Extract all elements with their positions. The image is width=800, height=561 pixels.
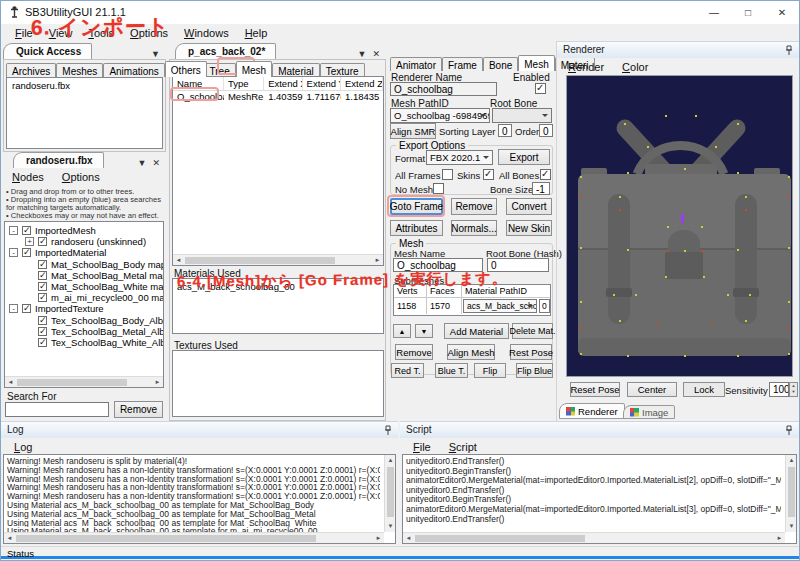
tree-checkbox[interactable] <box>38 271 47 280</box>
move-up-button[interactable]: ▲ <box>393 324 411 338</box>
close-button[interactable]: ✕ <box>765 1 799 24</box>
column-header[interactable]: Extend Y <box>303 77 341 90</box>
delete-mat-button[interactable]: Delete Mat. <box>512 323 553 339</box>
all-frames-checkbox[interactable] <box>442 169 453 180</box>
tab-mesh[interactable]: Mesh <box>518 55 554 71</box>
textures-used-list[interactable] <box>172 350 384 417</box>
tree-row[interactable]: -ImportedMesh <box>5 225 163 236</box>
remove-button[interactable]: Remove <box>451 198 497 215</box>
tab-animator[interactable]: Animator <box>390 57 442 71</box>
tree-checkbox[interactable] <box>22 226 31 235</box>
search-input[interactable] <box>5 402 109 417</box>
menu-file[interactable]: File <box>404 439 440 455</box>
tree-row[interactable]: +randoseru (unskinned) <box>5 236 163 247</box>
tree-checkbox[interactable] <box>38 282 47 291</box>
renderer-dock-title[interactable]: Renderer <box>557 41 799 58</box>
add-material-button[interactable]: Add Material <box>444 323 509 339</box>
collapse-icon[interactable]: - <box>9 226 18 235</box>
convert-button[interactable]: Convert <box>506 198 552 215</box>
submesh-pathid-field[interactable]: 0 <box>539 299 550 313</box>
pin-icon[interactable] <box>785 45 793 56</box>
root-bone-dropdown[interactable] <box>492 108 552 123</box>
format-dropdown[interactable]: FBX 2020.1 <box>426 150 493 165</box>
export-button[interactable]: Export <box>498 149 550 165</box>
tree-checkbox[interactable] <box>38 338 47 347</box>
menu-nodes[interactable]: Nodes <box>3 169 53 185</box>
tab-mesh[interactable]: Mesh <box>236 61 272 77</box>
align-mesh-button[interactable]: Align Mesh <box>447 344 495 360</box>
expand-icon[interactable]: + <box>25 237 34 246</box>
tree-checkbox[interactable] <box>22 248 31 257</box>
tree-row[interactable]: Mat_SchoolBag_Body mapping: DEFA <box>5 259 163 270</box>
tree-row[interactable]: Tex_SchoolBag_Metal_Albedo-DXT5 <box>5 326 163 337</box>
no-mesh-checkbox[interactable] <box>433 183 444 194</box>
new-skin-button[interactable]: New Skin <box>506 220 552 236</box>
tree-row[interactable]: -ImportedTexture <box>5 303 163 314</box>
collapse-icon[interactable]: - <box>9 304 18 313</box>
tab-animations[interactable]: Animations <box>103 63 164 77</box>
quick-access-file-list[interactable]: randoseru.fbx <box>6 77 163 149</box>
menu-options[interactable]: Options <box>53 169 109 185</box>
align-smr-button[interactable]: Align SMR <box>390 123 436 139</box>
tab-archives[interactable]: Archives <box>6 63 56 77</box>
tree-checkbox[interactable] <box>22 304 31 313</box>
flip-blue-button[interactable]: Flip Blue <box>516 363 553 378</box>
normals-button[interactable]: Normals... <box>451 220 497 236</box>
rest-pose-button[interactable]: Rest Pose <box>510 344 552 360</box>
log-output[interactable]: Warning! Mesh randoseru is split by mate… <box>3 454 396 544</box>
tab-material[interactable]: Material <box>272 63 320 77</box>
collapse-icon[interactable]: - <box>9 248 18 257</box>
order-field[interactable]: 0 <box>539 124 553 137</box>
column-header[interactable]: Extend X <box>264 77 302 90</box>
tree-row[interactable]: m_ai_mi_recycle00_00 mapping: DEFA <box>5 292 163 303</box>
enabled-checkbox[interactable] <box>535 83 546 94</box>
tree-row[interactable]: Mat_SchoolBag_White mapping: DEF <box>5 281 163 292</box>
reset-pose-button[interactable]: Reset Pose <box>570 382 620 397</box>
column-header[interactable]: Type <box>224 77 264 90</box>
search-remove-button[interactable]: Remove <box>114 401 163 418</box>
mesh-pathid-dropdown[interactable]: O_schoolbag -6984969 <box>390 108 490 123</box>
script-vscrollbar[interactable]: ▲▼ <box>785 455 796 532</box>
sensitivity-field[interactable]: 100 <box>769 382 789 397</box>
tab-frame[interactable]: Frame <box>442 57 483 71</box>
submesh-material-dropdown[interactable]: acs_M_back_schoolbag_ <box>463 299 537 313</box>
tree-checkbox[interactable] <box>38 293 47 302</box>
tab-quick-access[interactable]: Quick Access <box>3 43 92 59</box>
mesh-table-hscrollbar[interactable]: ◄► <box>173 254 383 265</box>
minimize-button[interactable]: — <box>697 1 731 24</box>
log-dock-title[interactable]: Log <box>1 421 398 438</box>
tab-renderer[interactable]: Renderer <box>559 403 625 419</box>
fbx-menu-icon[interactable]: ▼ <box>138 158 147 168</box>
tab-texture[interactable]: Texture <box>320 63 365 77</box>
tab-image[interactable]: Image <box>623 405 675 419</box>
maximize-button[interactable]: □ <box>731 1 765 24</box>
move-down-button[interactable]: ▼ <box>415 324 433 338</box>
tree-checkbox[interactable] <box>38 316 47 325</box>
log-hscrollbar[interactable]: ◄► <box>4 532 384 543</box>
tab-others[interactable]: Others <box>165 61 207 77</box>
menu-color[interactable]: Color <box>613 59 657 75</box>
column-header[interactable]: Extend Z <box>341 77 383 90</box>
tab-randoseru-fbx[interactable]: randoseru.fbx <box>13 152 104 168</box>
tab-meshes[interactable]: Meshes <box>56 63 103 77</box>
bone-size-field[interactable]: -1 <box>532 182 550 195</box>
mesh-list-table[interactable]: NameTypeExtend XExtend YExtend Z O_schoo… <box>172 76 384 266</box>
pin-icon[interactable] <box>384 425 392 436</box>
menu-help[interactable]: Help <box>237 24 276 43</box>
pin-icon[interactable] <box>785 425 793 436</box>
menu-script[interactable]: Script <box>440 439 486 455</box>
menu-windows[interactable]: Windows <box>176 24 237 43</box>
menu-log[interactable]: Log <box>5 439 41 455</box>
quick-access-menu-icon[interactable]: ▼ <box>151 49 160 59</box>
menu-render[interactable]: Render <box>559 59 613 75</box>
tree-row[interactable]: -ImportedMaterial <box>5 247 163 258</box>
render-viewport[interactable] <box>566 75 793 377</box>
skins-checkbox[interactable] <box>483 169 494 180</box>
fbx-close-icon[interactable]: ✕ <box>152 158 160 168</box>
blue-t-button[interactable]: Blue T. <box>435 363 468 378</box>
tree-checkbox[interactable] <box>38 260 47 269</box>
fbx-tree[interactable]: -ImportedMesh+randoseru (unskinned)-Impo… <box>4 221 164 388</box>
script-dock-title[interactable]: Script <box>400 421 799 438</box>
script-hscrollbar[interactable]: ◄► <box>403 532 785 543</box>
attributes-button[interactable]: Attributes <box>390 220 443 236</box>
